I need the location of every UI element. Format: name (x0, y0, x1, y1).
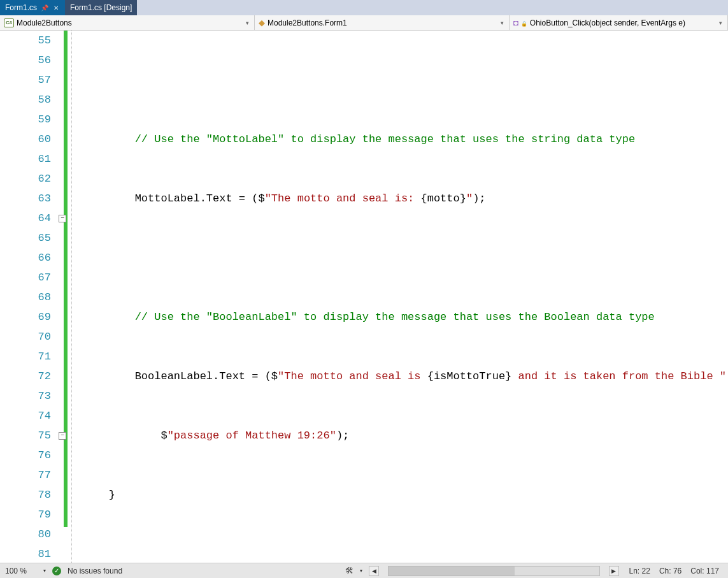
outline-margin: − − (57, 31, 83, 563)
line-number: 62 (0, 169, 51, 189)
line-number: 75 (0, 426, 51, 445)
line-number: 70 (0, 327, 51, 347)
lock-icon: 🔒 (521, 21, 527, 27)
line-number: 69 (0, 307, 51, 327)
namespace-combo[interactable]: C# Module2Buttons ▾ (0, 15, 255, 30)
tab-label: Form1.cs (5, 3, 37, 12)
class-icon: ◆ (259, 18, 265, 27)
chevron-down-icon: ▾ (243, 20, 252, 26)
change-tracking-bar (64, 31, 68, 527)
member-text: OhioButton_Click(object sender, EventArg… (530, 18, 685, 27)
collapse-toggle[interactable]: − (59, 215, 66, 222)
tab-label: Form1.cs [Design] (70, 3, 132, 12)
quickactions-caret-icon[interactable]: ▾ (360, 568, 362, 574)
line-number: 72 (0, 366, 51, 386)
scroll-left-button[interactable]: ◀ (369, 566, 379, 576)
line-number: 66 (0, 248, 51, 268)
line-number: 58 (0, 90, 51, 110)
h-scrollbar[interactable] (388, 566, 599, 576)
h-scroll-thumb[interactable] (389, 567, 515, 575)
line-number: 79 (0, 505, 51, 524)
line-number: 64 (0, 208, 51, 228)
line-number: 65 (0, 228, 51, 248)
line-number: 59 (0, 110, 51, 129)
line-number: 56 (0, 50, 51, 70)
line-number: 68 (0, 287, 51, 307)
line-number: 73 (0, 386, 51, 406)
editor-status-bar: 100 % ▾ ✓ No issues found 🛠 ▾ ◀ ▶ Ln: 22… (0, 563, 728, 578)
scroll-right-button[interactable]: ▶ (609, 566, 619, 576)
line-number: 71 (0, 347, 51, 366)
caret-position: Ln: 22 Ch: 76 Col: 117 (625, 567, 724, 575)
line-number-gutter: 5556575859606162636465666768697071727374… (0, 31, 57, 563)
line-number: 60 (0, 129, 51, 149)
chevron-down-icon: ▾ (717, 20, 725, 26)
tab-form1-design[interactable]: Form1.cs [Design] (65, 0, 137, 15)
zoom-caret-icon[interactable]: ▾ (43, 568, 46, 574)
line-number: 77 (0, 465, 51, 485)
issues-text[interactable]: No issues found (68, 567, 122, 575)
close-icon[interactable]: ✕ (52, 4, 60, 11)
code-editor[interactable]: 5556575859606162636465666768697071727374… (0, 31, 728, 563)
zoom-level[interactable]: 100 % (5, 567, 37, 575)
csharp-project-icon: C# (4, 18, 14, 27)
line-number: 81 (0, 544, 51, 564)
class-text: Module2Buttons.Form1 (268, 18, 347, 27)
member-combo[interactable]: ◘ 🔒 OhioButton_Click(object sender, Even… (510, 15, 728, 30)
code-nav-bar: C# Module2Buttons ▾ ◆ Module2Buttons.For… (0, 15, 728, 31)
namespace-text: Module2Buttons (17, 18, 72, 27)
line-number: 76 (0, 445, 51, 465)
document-tabstrip: Form1.cs 📌 ✕ Form1.cs [Design] (0, 0, 728, 15)
method-icon: ◘ (513, 18, 518, 27)
line-number: 80 (0, 524, 51, 544)
screwdriver-icon[interactable]: 🛠 (345, 566, 353, 575)
fold-guide (71, 31, 72, 563)
pin-icon[interactable]: 📌 (41, 4, 48, 11)
collapse-toggle[interactable]: − (59, 432, 66, 440)
line-number: 63 (0, 189, 51, 208)
code-surface[interactable]: // Use the "MottoLabel" to display the m… (83, 31, 728, 563)
class-combo[interactable]: ◆ Module2Buttons.Form1 ▾ (255, 15, 510, 30)
line-number: 67 (0, 268, 51, 287)
line-number: 61 (0, 149, 51, 169)
line-number: 78 (0, 485, 51, 505)
line-number: 57 (0, 70, 51, 90)
tab-form1-cs[interactable]: Form1.cs 📌 ✕ (0, 0, 65, 15)
chevron-down-icon: ▾ (498, 20, 506, 26)
line-number: 74 (0, 406, 51, 426)
line-number: 55 (0, 31, 51, 50)
health-ok-icon: ✓ (52, 567, 61, 575)
